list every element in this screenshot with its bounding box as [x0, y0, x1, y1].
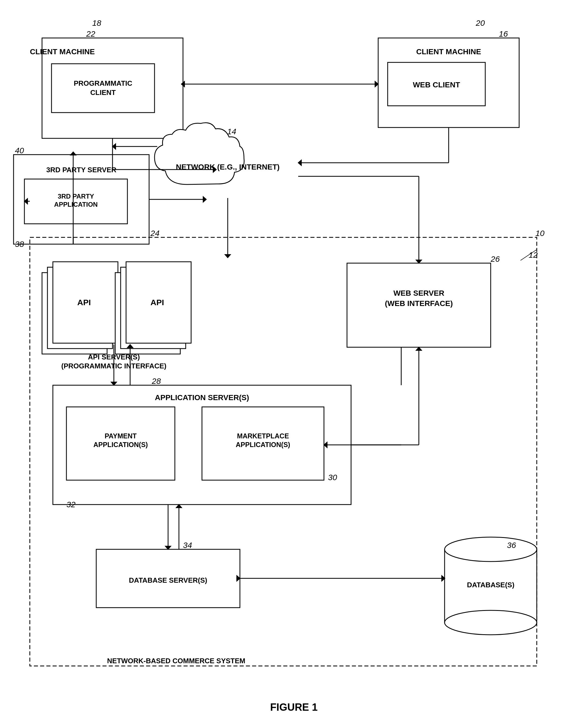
svg-text:16: 16	[499, 29, 508, 38]
svg-text:28: 28	[151, 377, 161, 385]
svg-text:APPLICATION SERVER(S): APPLICATION SERVER(S)	[155, 393, 249, 402]
svg-text:WEB CLIENT: WEB CLIENT	[413, 81, 460, 89]
svg-text:API: API	[77, 298, 91, 307]
svg-text:NETWORK-BASED COMMERCE SYSTEM: NETWORK-BASED COMMERCE SYSTEM	[107, 657, 245, 665]
svg-point-20	[445, 610, 537, 635]
svg-text:API: API	[150, 298, 164, 307]
svg-marker-58	[70, 152, 77, 156]
svg-text:38: 38	[15, 240, 24, 248]
svg-text:34: 34	[183, 541, 192, 550]
svg-text:WEB SERVER: WEB SERVER	[393, 289, 444, 297]
svg-text:DATABASE SERVER(S): DATABASE SERVER(S)	[129, 576, 207, 584]
svg-text:APPLICATION: APPLICATION	[54, 201, 98, 208]
svg-text:32: 32	[66, 500, 76, 509]
svg-text:3RD PARTY: 3RD PARTY	[58, 193, 94, 200]
svg-text:36: 36	[507, 541, 516, 550]
svg-text:10: 10	[536, 229, 545, 238]
svg-text:NETWORK (E.G., INTERNET): NETWORK (E.G., INTERNET)	[176, 163, 280, 171]
svg-marker-31	[298, 159, 302, 166]
svg-rect-1	[51, 64, 154, 113]
svg-text:CLIENT MACHINE: CLIENT MACHINE	[416, 47, 481, 56]
svg-text:22: 22	[86, 29, 96, 38]
svg-text:18: 18	[92, 18, 101, 27]
svg-text:24: 24	[150, 229, 160, 238]
svg-text:(PROGRAMMATIC INTERFACE): (PROGRAMMATIC INTERFACE)	[61, 362, 166, 370]
svg-text:PAYMENT: PAYMENT	[105, 432, 136, 440]
svg-text:FIGURE 1: FIGURE 1	[270, 702, 317, 713]
svg-text:API SERVER(S): API SERVER(S)	[88, 353, 140, 361]
svg-text:APPLICATION(S): APPLICATION(S)	[236, 441, 290, 448]
svg-text:PROGRAMMATIC: PROGRAMMATIC	[74, 79, 132, 87]
svg-text:APPLICATION(S): APPLICATION(S)	[93, 441, 148, 448]
svg-text:MARKETPLACE: MARKETPLACE	[237, 432, 289, 440]
svg-text:20: 20	[476, 18, 485, 27]
diagram: 22 18 20 16 40 38 14 10 12 24 26 28 30 3…	[0, 0, 588, 727]
svg-text:40: 40	[15, 146, 24, 155]
svg-text:14: 14	[227, 127, 236, 136]
svg-text:CLIENT MACHINE: CLIENT MACHINE	[30, 47, 95, 56]
svg-text:30: 30	[328, 473, 337, 482]
svg-text:CLIENT: CLIENT	[90, 88, 116, 97]
svg-text:26: 26	[490, 255, 500, 263]
svg-text:(WEB INTERFACE): (WEB INTERFACE)	[385, 299, 453, 308]
svg-text:3RD PARTY SERVER: 3RD PARTY SERVER	[46, 166, 117, 174]
svg-marker-38	[203, 196, 207, 203]
svg-point-19	[445, 537, 537, 562]
svg-text:DATABASE(S): DATABASE(S)	[467, 581, 514, 589]
